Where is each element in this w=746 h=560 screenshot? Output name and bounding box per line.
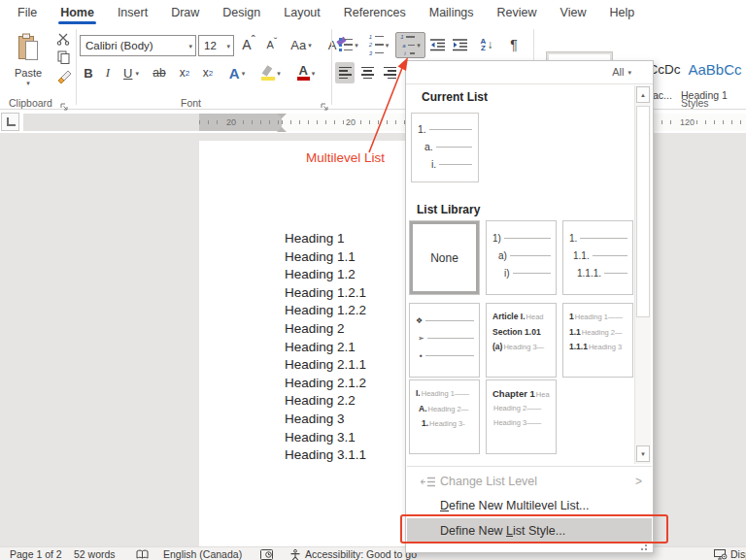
- text-effects-button[interactable]: A ▾: [222, 62, 252, 83]
- sort-button[interactable]: A Z ↓: [474, 33, 499, 56]
- arrow-down-icon: ↓: [487, 38, 492, 51]
- word-count[interactable]: 52 words: [74, 548, 116, 560]
- chevron-down-icon: ▾: [135, 70, 139, 77]
- multilevel-list-button[interactable]: 1 a i ▾: [395, 32, 425, 58]
- subscript-button[interactable]: x2: [174, 62, 195, 83]
- increase-indent-button[interactable]: [450, 33, 469, 56]
- pilcrow-icon: ¶: [510, 37, 518, 52]
- annotation-highlight-box: [400, 514, 668, 544]
- ruler-outside-left: [23, 114, 199, 131]
- decrease-indent-button[interactable]: [427, 33, 447, 56]
- dropdown-scrollbar[interactable]: ▲ ▼: [634, 85, 651, 464]
- bold-button[interactable]: B: [80, 62, 97, 83]
- display-settings-label[interactable]: Disp: [730, 548, 746, 560]
- numbering-button[interactable]: 1 2 3 ▾: [365, 33, 392, 56]
- tab-help[interactable]: Help: [597, 0, 646, 25]
- current-list-preview[interactable]: 1. a. i.: [411, 113, 479, 182]
- list-style-decimal[interactable]: 1. 1.1. 1.1.1.: [562, 220, 633, 295]
- sort-icon: A Z: [481, 38, 487, 51]
- font-group-label: Font: [181, 97, 201, 109]
- multilevel-list-icon: 1 a i: [400, 34, 415, 56]
- preview-number: 1.: [418, 123, 426, 135]
- grow-font-button[interactable]: Aˆ: [237, 33, 260, 56]
- underline-icon: U: [123, 66, 132, 81]
- list-style-chapter[interactable]: Chapter 1Hea Heading 2—— Heading 3——: [486, 379, 557, 454]
- shrink-font-button[interactable]: Aˇ: [261, 33, 283, 56]
- align-center-button[interactable]: [357, 62, 377, 83]
- shrink-font-icon: A: [266, 39, 273, 50]
- gallery-filter-dropdown[interactable]: All ▾: [612, 66, 631, 78]
- chevron-down-icon: ▾: [312, 70, 316, 77]
- scrollbar-thumb[interactable]: [636, 106, 650, 317]
- list-style-roman-headings[interactable]: I.Heading 1—— A.Heading 2— 1.Heading 3-: [409, 379, 480, 454]
- change-case-button[interactable]: Aa ▾: [286, 33, 317, 56]
- chevron-down-icon: ▾: [386, 42, 390, 49]
- page-indicator[interactable]: Page 1 of 2: [10, 548, 62, 560]
- style-no-spacing-label: ac...: [653, 89, 672, 101]
- format-painter-button[interactable]: [53, 68, 75, 87]
- align-right-button[interactable]: [380, 62, 399, 83]
- bullets-button[interactable]: ▾: [335, 33, 362, 56]
- list-style-decimal-headings[interactable]: 1Heading 1—— 1.1Heading 2— 1.1.1Heading …: [562, 303, 633, 378]
- language-indicator[interactable]: English (Canada): [163, 548, 242, 560]
- ruler-left-margin: 20: [199, 114, 282, 131]
- align-right-icon: [384, 67, 396, 79]
- italic-button[interactable]: I: [100, 62, 116, 83]
- style-heading1[interactable]: AaBbCc: [685, 51, 745, 86]
- document-text: Heading 1 Heading 1.1 Heading 1.2 Headin…: [285, 230, 366, 465]
- superscript-button[interactable]: x2: [197, 62, 219, 83]
- font-size-combobox[interactable]: 12 ▾: [198, 35, 234, 56]
- tab-file[interactable]: File: [6, 0, 49, 25]
- accessibility-icon[interactable]: [289, 549, 301, 560]
- ruler-right-segment: 120: [653, 114, 746, 131]
- strikethrough-button[interactable]: ab: [148, 62, 171, 83]
- show-paragraph-marks-button[interactable]: ¶: [503, 33, 525, 56]
- scroll-down-button[interactable]: ▼: [636, 445, 650, 462]
- hanging-indent-marker[interactable]: [277, 122, 287, 132]
- paste-button[interactable]: Paste ▾: [6, 29, 51, 89]
- proofing-icon[interactable]: [136, 549, 149, 560]
- tab-home[interactable]: Home: [49, 0, 106, 25]
- list-style-paren[interactable]: 1) a) i): [486, 220, 557, 295]
- accessibility-status[interactable]: Accessibility: Good to go: [305, 548, 417, 560]
- list-style-bullets[interactable]: ❖ ➢ ▪: [409, 303, 480, 378]
- font-name-value: Calibri (Body): [81, 40, 188, 51]
- list-style-article-section[interactable]: Article I.Head Section 1.01 (a)Heading 3…: [486, 303, 557, 378]
- font-color-button[interactable]: A ▾: [290, 62, 322, 83]
- display-settings-icon[interactable]: [714, 549, 728, 560]
- caret-down-icon: ˇ: [274, 36, 278, 48]
- none-label: None: [430, 251, 458, 265]
- tab-view[interactable]: View: [549, 0, 598, 25]
- tab-design[interactable]: Design: [211, 0, 272, 25]
- tab-review[interactable]: Review: [486, 0, 549, 25]
- text-predictions-icon[interactable]: [260, 549, 273, 560]
- superscript-number: 2: [209, 69, 213, 78]
- paste-icon: [17, 33, 40, 66]
- tab-insert[interactable]: Insert: [106, 0, 159, 25]
- menu-item-change-list-level[interactable]: Change List Level >: [407, 470, 652, 493]
- copy-button[interactable]: [53, 49, 73, 65]
- cut-button[interactable]: [53, 31, 73, 47]
- subscript-number: 2: [186, 69, 189, 78]
- align-center-icon: [361, 67, 374, 79]
- caret-up-icon: ˆ: [252, 34, 255, 48]
- font-name-combobox[interactable]: Calibri (Body) ▾: [80, 35, 196, 56]
- highlighter-icon: [261, 66, 275, 81]
- tab-draw[interactable]: Draw: [159, 0, 211, 25]
- align-left-button[interactable]: [335, 62, 355, 83]
- change-case-icon: Aa: [290, 38, 306, 52]
- multilevel-list-dropdown: All ▾ Current List 1. a. i. List Library…: [405, 60, 654, 553]
- list-style-none[interactable]: None: [409, 220, 480, 295]
- ruler-tab-selector[interactable]: [1, 113, 19, 131]
- tab-references[interactable]: References: [332, 0, 418, 25]
- tab-mailings[interactable]: Mailings: [418, 0, 486, 25]
- copy-icon: [57, 50, 70, 64]
- filter-label: All: [612, 66, 624, 78]
- tab-layout[interactable]: Layout: [272, 0, 332, 25]
- highlight-button[interactable]: ▾: [255, 62, 287, 83]
- underline-button[interactable]: U ▾: [118, 62, 145, 83]
- scroll-up-button[interactable]: ▲: [636, 86, 650, 103]
- bullet-list-icon: [339, 38, 353, 51]
- strikethrough-icon: ab: [153, 66, 165, 80]
- chevron-down-icon: ▾: [188, 43, 195, 49]
